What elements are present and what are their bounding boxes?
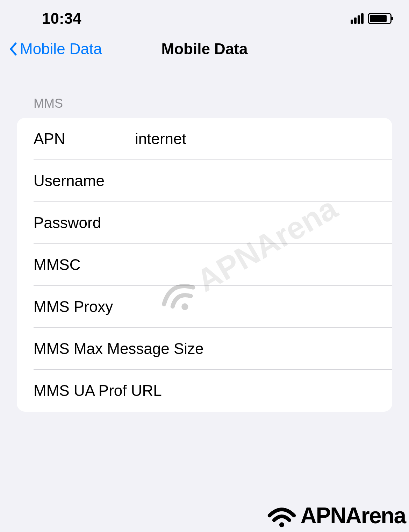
mmsc-input[interactable] <box>135 256 375 274</box>
username-input[interactable] <box>135 172 375 190</box>
username-row[interactable]: Username <box>17 160 392 202</box>
mms-proxy-input[interactable] <box>135 298 375 315</box>
navigation-bar: Mobile Data Mobile Data <box>0 33 409 68</box>
mms-settings-group: APN Username Password MMSC MMS Proxy MMS… <box>17 118 392 412</box>
svg-point-1 <box>279 522 284 527</box>
mmsc-row[interactable]: MMSC <box>17 244 392 286</box>
page-title: Mobile Data <box>162 40 248 58</box>
wifi-icon <box>266 503 297 528</box>
footer-logo-text: APNArena <box>300 503 406 529</box>
status-bar: 10:34 <box>0 0 409 33</box>
content-area: MMS APN Username Password MMSC MMS Proxy <box>0 68 409 412</box>
apn-input[interactable] <box>135 130 375 148</box>
mms-ua-prof-row[interactable]: MMS UA Prof URL <box>17 370 392 412</box>
back-button[interactable]: Mobile Data <box>9 40 102 58</box>
apn-row[interactable]: APN <box>17 118 392 160</box>
chevron-left-icon <box>9 42 17 56</box>
section-header-mms: MMS <box>34 96 392 111</box>
apn-label: APN <box>34 130 135 148</box>
password-row[interactable]: Password <box>17 202 392 244</box>
battery-icon <box>368 13 392 24</box>
mmsc-label: MMSC <box>34 256 135 274</box>
mms-proxy-row[interactable]: MMS Proxy <box>17 286 392 328</box>
status-icons <box>351 13 392 24</box>
cellular-signal-icon <box>351 13 364 24</box>
status-time: 10:34 <box>42 10 81 27</box>
username-label: Username <box>34 172 135 190</box>
footer-logo: APNArena <box>266 503 406 529</box>
mms-max-size-row[interactable]: MMS Max Message Size <box>17 328 392 370</box>
mms-proxy-label: MMS Proxy <box>34 298 135 315</box>
back-label: Mobile Data <box>20 40 102 58</box>
password-label: Password <box>34 214 135 232</box>
password-input[interactable] <box>135 214 375 232</box>
mms-ua-prof-label: MMS UA Prof URL <box>34 382 162 399</box>
mms-max-size-label: MMS Max Message Size <box>34 340 204 357</box>
